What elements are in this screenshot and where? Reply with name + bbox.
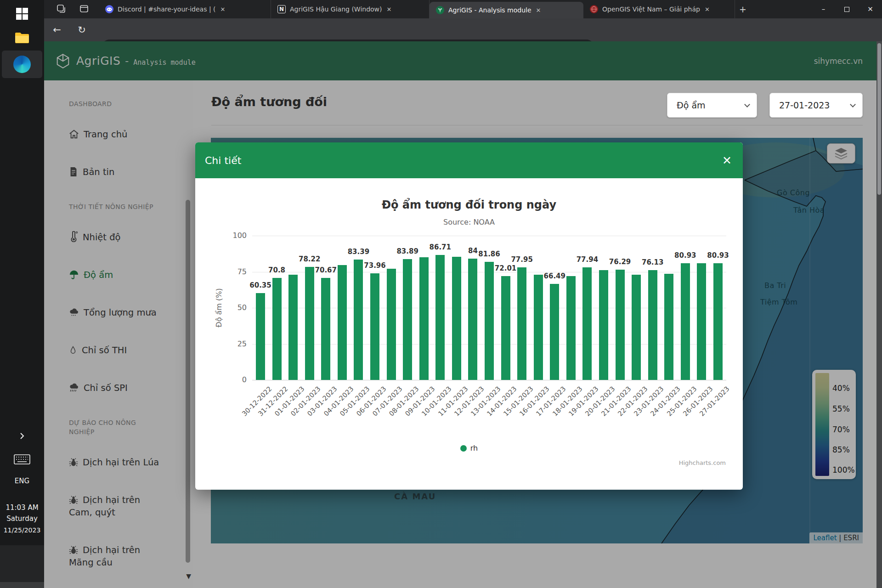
y-tick-label: 25	[219, 339, 247, 348]
tab-close-icon[interactable]: ✕	[220, 6, 226, 13]
tab-close-icon[interactable]: ✕	[536, 7, 541, 14]
bar[interactable]	[550, 284, 559, 380]
opengis-favicon	[590, 5, 598, 13]
tab-close-icon[interactable]: ✕	[387, 6, 392, 13]
notion-favicon: N	[277, 5, 286, 13]
bar[interactable]	[681, 263, 690, 380]
file-explorer-button[interactable]	[0, 28, 44, 48]
workspaces-icon[interactable]	[56, 4, 66, 14]
bar[interactable]	[419, 257, 429, 380]
tab-strip: Discord | #share-your-ideas | ( ✕ N Agri…	[44, 0, 882, 18]
page-scrollbar-thumb[interactable]	[877, 43, 881, 195]
agrigis-favicon	[436, 6, 444, 14]
bar-value-label: 80.93	[697, 251, 739, 260]
start-button[interactable]	[0, 4, 44, 24]
modal-close-icon[interactable]: ✕	[722, 155, 732, 166]
bar[interactable]	[713, 263, 723, 380]
bar-value-label: 77.95	[501, 255, 543, 264]
chart-title: Độ ẩm tương đối trong ngày	[195, 198, 743, 211]
parameter-select-value: Độ ẩm	[677, 100, 706, 110]
edge-browser-window: Discord | #share-your-ideas | ( ✕ N Agri…	[44, 0, 882, 588]
bar[interactable]	[435, 255, 445, 380]
back-button[interactable]: ←	[48, 18, 66, 41]
bar[interactable]	[256, 293, 265, 380]
bar[interactable]	[370, 273, 379, 380]
refresh-button[interactable]: ↻	[73, 18, 91, 41]
edge-logo-icon	[13, 56, 31, 73]
bar[interactable]	[305, 267, 314, 380]
chart-subtitle: Source: NOAA	[195, 218, 743, 226]
bar[interactable]	[534, 275, 543, 380]
language-indicator[interactable]: ENG	[0, 477, 44, 485]
tab-agrigis-haugiang[interactable]: N AgriGIS Hậu Giang (Window) ✕	[271, 0, 430, 18]
bar[interactable]	[452, 257, 461, 380]
taskbar-bottom-strip	[0, 582, 44, 588]
web-page: AgriGIS - Analysis module sihymecc.vn DA…	[44, 41, 882, 588]
chevron-down-icon	[744, 102, 750, 107]
date-select-value: 27-01-2023	[779, 100, 830, 110]
tab-agrigis-analysis-active[interactable]: AgriGIS - Analysis module ✕	[430, 2, 583, 18]
discord-favicon	[105, 5, 113, 13]
humidity-bar-chart: Độ ẩm tương đối trong ngày Source: NOAA …	[195, 178, 743, 490]
taskbar-expand-chevron[interactable]	[0, 430, 44, 442]
gridline	[252, 236, 726, 236]
bar[interactable]	[632, 275, 641, 380]
y-tick-label: 50	[219, 303, 247, 312]
chart-legend[interactable]: rh	[195, 444, 743, 452]
bar[interactable]	[566, 276, 576, 380]
tab-discord[interactable]: Discord | #share-your-ideas | ( ✕	[99, 0, 271, 18]
tab-title: OpenGIS Việt Nam – Giải pháp	[602, 6, 700, 13]
bar[interactable]	[338, 265, 347, 380]
bar[interactable]	[664, 274, 673, 380]
bar[interactable]	[517, 267, 526, 380]
windows-taskbar: ENG 11:03 AM Saturday 11/25/2023	[0, 0, 44, 588]
bar[interactable]	[387, 269, 396, 380]
close-button[interactable]: ✕	[859, 0, 882, 18]
bar[interactable]	[648, 270, 657, 380]
clock-day: Saturday	[0, 514, 44, 523]
window-controls: – ✕	[812, 0, 882, 18]
tab-actions-icon[interactable]	[79, 4, 89, 14]
minimize-button[interactable]: –	[812, 0, 835, 18]
modal-header: Chi tiết ✕	[195, 142, 743, 178]
maximize-button[interactable]	[835, 0, 859, 18]
highcharts-credits[interactable]: Highcharts.com	[679, 459, 726, 466]
tab-title: AgriGIS Hậu Giang (Window)	[290, 6, 382, 13]
bar[interactable]	[468, 259, 477, 380]
legend-label: rh	[470, 444, 478, 452]
page-scrollbar[interactable]	[876, 41, 882, 588]
y-tick-label: 100	[219, 231, 247, 240]
bar[interactable]	[501, 276, 510, 380]
bar[interactable]	[616, 270, 625, 380]
bar[interactable]	[582, 267, 592, 380]
bar[interactable]	[321, 278, 330, 380]
tab-title: Discord | #share-your-ideas | (	[118, 6, 216, 13]
chevron-down-icon	[850, 102, 856, 107]
edge-taskbar-button[interactable]	[2, 51, 42, 78]
bar-value-label: 70.8	[256, 266, 298, 274]
x-axis-line	[252, 380, 726, 380]
tab-close-icon[interactable]: ✕	[705, 6, 710, 13]
screen: ENG 11:03 AM Saturday 11/25/2023	[0, 0, 882, 588]
folder-icon	[15, 32, 29, 44]
browser-toolbar: ← ↻ ⚠ Not secure agriweather.haugiang.go…	[44, 18, 882, 41]
clock-time[interactable]: 11:03 AM	[0, 503, 44, 512]
bar-value-label: 78.22	[289, 255, 330, 263]
modal-title: Chi tiết	[205, 155, 241, 166]
bar[interactable]	[403, 259, 412, 380]
bar[interactable]	[354, 260, 363, 380]
bar[interactable]	[272, 278, 282, 380]
detail-modal: Chi tiết ✕ Độ ẩm tương đối trong ngày So…	[195, 142, 743, 490]
bar[interactable]	[697, 263, 706, 380]
touch-keyboard-icon[interactable]	[0, 453, 44, 466]
date-select[interactable]: 27-01-2023	[769, 93, 863, 118]
bar[interactable]	[485, 262, 494, 380]
bar[interactable]	[599, 270, 608, 380]
tab-opengis[interactable]: OpenGIS Việt Nam – Giải pháp ✕	[583, 0, 735, 18]
tabs-container: Discord | #share-your-ideas | ( ✕ N Agri…	[99, 0, 751, 18]
windows-logo-icon	[16, 7, 28, 20]
bar[interactable]	[288, 275, 298, 380]
clock-date: 11/25/2023	[0, 526, 44, 534]
parameter-select[interactable]: Độ ẩm	[667, 93, 757, 118]
new-tab-button[interactable]: +	[735, 0, 751, 18]
